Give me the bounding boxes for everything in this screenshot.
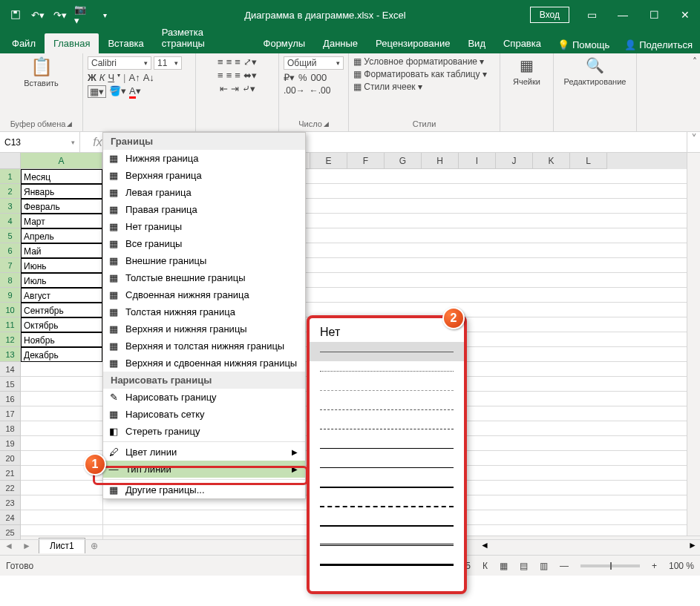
bold-button[interactable]: Ж [88, 72, 97, 83]
row-header[interactable]: 5 [0, 228, 21, 243]
line-style-option[interactable] [310, 342, 464, 361]
cell[interactable]: Сентябрь [21, 303, 102, 317]
border-menu-item[interactable]: ▦Сдвоенная нижняя граница [103, 286, 305, 303]
border-menu-item[interactable]: ◧Стереть границу [103, 423, 305, 440]
col-header[interactable]: J [496, 153, 533, 169]
row-header[interactable]: 13 [0, 347, 21, 362]
col-header[interactable]: E [310, 153, 347, 169]
row-header[interactable]: 22 [0, 481, 21, 495]
line-style-option[interactable] [310, 400, 464, 419]
align-top-icon[interactable]: ≡ [217, 56, 223, 67]
border-menu-item[interactable]: ▦Левая граница [103, 184, 305, 201]
cell[interactable]: Июнь [21, 258, 102, 273]
sheet-nav-prev-icon[interactable]: ◄ [0, 541, 18, 551]
border-menu-item[interactable]: ▦Толстые внешние границы [103, 269, 305, 286]
redo-icon[interactable]: ↷▾ [52, 7, 68, 23]
minimize-icon[interactable]: — [608, 0, 638, 30]
cell[interactable]: Апрель [21, 228, 102, 243]
expand-formula-icon[interactable]: ˅ [687, 132, 700, 152]
row-header[interactable]: 19 [0, 436, 21, 451]
cell[interactable]: Июль [21, 273, 102, 288]
view-break-icon[interactable]: ▥ [540, 561, 548, 571]
border-menu-item[interactable]: ▦Нет границы [103, 218, 305, 235]
tab-file[interactable]: Файл [3, 33, 45, 53]
cell[interactable]: Февраль [21, 199, 102, 214]
select-all-corner[interactable] [0, 153, 21, 169]
fx-icon[interactable]: fx [93, 136, 102, 149]
cond-format-button[interactable]: ▦ Условное форматирование ▾ [353, 56, 484, 67]
indent-dec-icon[interactable]: ⇤ [220, 83, 228, 94]
font-size[interactable]: 11▾ [154, 56, 182, 70]
paste-icon[interactable]: 📋 [30, 56, 53, 77]
share-button[interactable]: 👤 Поделиться [617, 36, 700, 53]
tab-view[interactable]: Вид [459, 33, 494, 53]
row-header[interactable]: 1 [0, 169, 21, 184]
wrap-icon[interactable]: ⤶▾ [242, 83, 255, 94]
col-header[interactable]: L [570, 153, 607, 169]
borders-button[interactable]: ▦▾ [88, 85, 106, 98]
cell[interactable]: Январь [21, 184, 102, 199]
vertical-scrollbar[interactable] [687, 153, 700, 536]
col-header[interactable]: K [533, 153, 570, 169]
col-header[interactable]: G [385, 153, 422, 169]
tab-pagelayout[interactable]: Разметка страницы [153, 22, 255, 53]
col-header[interactable]: I [459, 153, 496, 169]
row-header[interactable]: 2 [0, 184, 21, 199]
border-menu-item[interactable]: ▦Внешние границы [103, 252, 305, 269]
row-header[interactable]: 15 [0, 377, 21, 392]
border-menu-item[interactable]: ▦Верхняя и толстая нижняя границы [103, 337, 305, 355]
dec-decimal-icon[interactable]: ←.00 [310, 85, 331, 96]
comma-icon[interactable]: 000 [311, 72, 327, 83]
sheet-tab[interactable]: Лист1 [39, 538, 85, 553]
col-header[interactable]: H [422, 153, 459, 169]
increase-font-icon[interactable]: A↑ [128, 72, 140, 83]
line-type-menu-item[interactable]: —Тип линии▶ [103, 461, 305, 478]
horizontal-scrollbar[interactable]: ◄► [477, 539, 700, 553]
number-format[interactable]: Общий▾ [284, 56, 344, 70]
line-style-none[interactable]: Нет [310, 323, 464, 342]
cell[interactable]: Август [21, 288, 102, 303]
border-menu-item[interactable]: ▦Верхняя и сдвоенная нижняя границы [103, 355, 305, 372]
align-center-icon[interactable]: ≡ [226, 70, 232, 81]
border-menu-item[interactable]: 🖊Цвет линии▶ [103, 444, 305, 461]
inc-decimal-icon[interactable]: .00→ [284, 85, 305, 96]
currency-icon[interactable]: ₽▾ [284, 72, 295, 83]
cell[interactable]: Март [21, 214, 102, 228]
sheet-nav-next-icon[interactable]: ► [18, 541, 36, 551]
row-header[interactable]: 9 [0, 288, 21, 303]
row-header[interactable]: 14 [0, 362, 21, 377]
undo-icon[interactable]: ↶▾ [30, 7, 46, 23]
merge-icon[interactable]: ⬌▾ [243, 70, 257, 81]
row-header[interactable]: 4 [0, 214, 21, 228]
border-menu-item[interactable]: ▦Верхняя и нижняя границы [103, 320, 305, 337]
cell[interactable]: Ноябрь [21, 332, 102, 347]
zoom-level[interactable]: 100 % [669, 561, 694, 571]
cells-icon[interactable]: ▦ [520, 56, 534, 74]
align-mid-icon[interactable]: ≡ [226, 56, 232, 67]
zoom-in-icon[interactable]: + [652, 561, 657, 571]
maximize-icon[interactable]: ☐ [639, 0, 669, 30]
row-header[interactable]: 11 [0, 317, 21, 332]
row-header[interactable]: 23 [0, 495, 21, 510]
percent-icon[interactable]: % [298, 72, 307, 83]
row-header[interactable]: 21 [0, 466, 21, 481]
tab-help[interactable]: Справка [494, 33, 550, 53]
border-menu-item[interactable]: ▦Толстая нижняя граница [103, 303, 305, 320]
line-style-option[interactable] [310, 516, 464, 535]
view-layout-icon[interactable]: ▤ [520, 561, 528, 571]
row-header[interactable]: 12 [0, 332, 21, 347]
view-normal-icon[interactable]: ▦ [500, 561, 508, 571]
font-name[interactable]: Calibri▾ [88, 56, 151, 70]
editing-button[interactable]: Редактирование [564, 77, 627, 86]
cell[interactable]: Месяц [21, 169, 102, 184]
border-menu-item[interactable]: ▦Нижняя граница [103, 150, 305, 167]
zoom-out-icon[interactable]: — [560, 561, 569, 571]
tab-home[interactable]: Главная [45, 33, 99, 53]
qat-more-icon[interactable]: ▾ [97, 7, 113, 23]
line-style-option[interactable] [310, 496, 464, 516]
cell[interactable]: Май [21, 243, 102, 258]
cell-styles-button[interactable]: ▦ Стили ячеек ▾ [353, 82, 422, 92]
border-menu-item[interactable]: ✎Нарисовать границу [103, 389, 305, 406]
zoom-slider[interactable] [580, 564, 640, 567]
line-style-option[interactable] [310, 419, 464, 438]
